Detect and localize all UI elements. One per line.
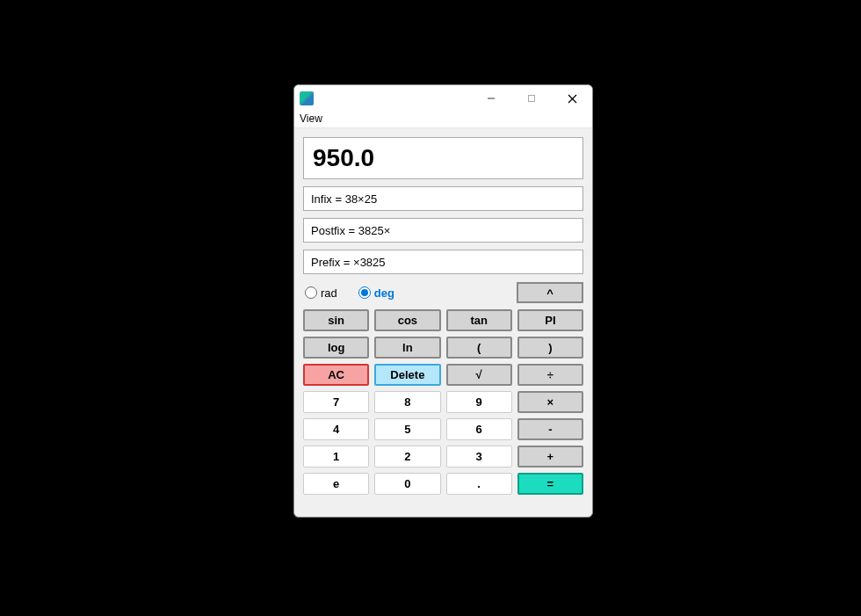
calculator-window: View 950.0 Infix = 38×25 Postfix = 3825×…	[293, 84, 593, 518]
multiply-button[interactable]: ×	[517, 391, 583, 413]
deg-radio[interactable]: deg	[358, 286, 394, 300]
num-2-button[interactable]: 2	[374, 446, 440, 467]
angle-mode-row: rad deg ^	[303, 281, 583, 304]
angle-mode-group: rad deg	[303, 286, 511, 300]
num-1-button[interactable]: 1	[303, 446, 369, 467]
rparen-button[interactable]: )	[517, 337, 583, 359]
num-3-button[interactable]: 3	[446, 446, 512, 467]
subtract-button[interactable]: -	[517, 418, 583, 440]
rad-label: rad	[321, 286, 337, 300]
add-button[interactable]: +	[517, 446, 583, 467]
num-9-button[interactable]: 9	[446, 391, 512, 413]
cos-button[interactable]: cos	[374, 309, 440, 331]
main-display: 950.0	[303, 137, 583, 179]
button-grid: sin cos tan PI log ln ( ) AC Delete √ ÷ …	[303, 309, 583, 495]
rad-radio[interactable]: rad	[305, 286, 337, 300]
e-button[interactable]: e	[303, 473, 369, 495]
num-7-button[interactable]: 7	[303, 391, 369, 413]
deg-label: deg	[374, 286, 394, 300]
close-button[interactable]	[552, 85, 592, 112]
content-area: 950.0 Infix = 38×25 Postfix = 3825× Pref…	[294, 128, 592, 502]
num-8-button[interactable]: 8	[374, 391, 440, 413]
postfix-display: Postfix = 3825×	[303, 218, 583, 243]
ac-button[interactable]: AC	[303, 364, 369, 386]
dot-button[interactable]: .	[446, 473, 512, 495]
minimize-button[interactable]	[471, 85, 511, 112]
sin-button[interactable]: sin	[303, 309, 369, 331]
close-icon	[568, 94, 577, 104]
num-0-button[interactable]: 0	[374, 473, 440, 495]
tan-button[interactable]: tan	[446, 309, 512, 331]
power-button[interactable]: ^	[517, 282, 583, 303]
infix-display: Infix = 38×25	[303, 186, 583, 211]
lparen-button[interactable]: (	[446, 337, 512, 359]
log-button[interactable]: log	[303, 337, 369, 359]
ln-button[interactable]: ln	[374, 337, 440, 359]
equals-button[interactable]: =	[517, 473, 583, 495]
maximize-icon	[527, 94, 536, 103]
app-icon	[300, 91, 314, 105]
sqrt-button[interactable]: √	[446, 364, 512, 386]
delete-button[interactable]: Delete	[374, 364, 440, 386]
svg-rect-1	[529, 96, 535, 102]
rad-radio-icon	[305, 286, 317, 299]
menu-view[interactable]: View	[300, 112, 322, 125]
maximize-button[interactable]	[511, 85, 552, 112]
num-5-button[interactable]: 5	[374, 418, 440, 440]
divide-button[interactable]: ÷	[517, 364, 583, 386]
deg-radio-icon	[358, 286, 371, 299]
num-4-button[interactable]: 4	[303, 418, 369, 440]
window-controls	[471, 85, 592, 112]
pi-button[interactable]: PI	[517, 309, 583, 331]
num-6-button[interactable]: 6	[446, 418, 512, 440]
prefix-display: Prefix = ×3825	[303, 250, 583, 274]
menubar: View	[294, 112, 592, 128]
titlebar	[294, 85, 592, 112]
minimize-icon	[487, 94, 496, 103]
